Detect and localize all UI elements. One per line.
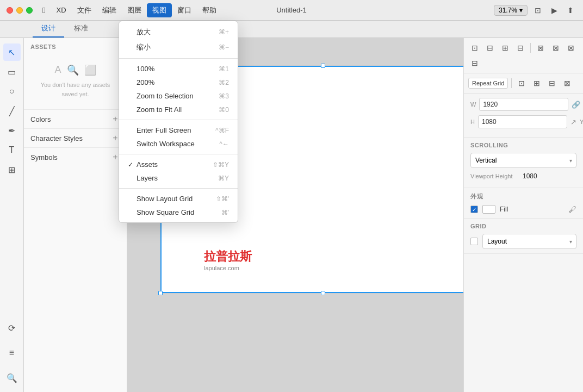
assets-label: Assets [137,160,204,169]
document-title: Untitled-1 [276,6,307,14]
traffic-lights [0,7,33,14]
menu-zoom-out[interactable]: 缩小 ⌘− [119,40,238,55]
menu-xd[interactable]: XD [51,4,71,16]
zoom-control[interactable]: 31.7% ▾ [494,5,528,16]
share-icon[interactable]: ⬆ [565,4,576,16]
menu-switch-workspace[interactable]: Switch Workspace ^← [119,137,238,151]
square-shortcut: ⌘' [221,209,229,216]
separator-2 [119,120,238,120]
zoom-chevron-icon: ▾ [519,7,523,14]
menu-group-screen: Enter Full Screen ^⌘F Switch Workspace ^… [119,122,238,152]
menu-show-square[interactable]: Show Square Grid ⌘' [119,206,238,219]
zoom-fit-shortcut: ⌘0 [219,106,229,114]
zoom-sel-label: Zoom to Selection [137,92,210,100]
menu-file[interactable]: 文件 [72,3,97,17]
menu-enter-full[interactable]: Enter Full Screen ^⌘F [119,123,238,137]
dropdown-overlay[interactable]: 放大 ⌘+ 缩小 ⌘− 100% ⌘1 200% ⌘2 Z [0,21,583,392]
device-icon[interactable]: ⊡ [532,4,544,16]
play-icon[interactable]: ▶ [548,4,560,16]
zoom-out-shortcut: ⌘− [219,43,229,51]
zoom-level: 31.7% [499,7,517,14]
menu-100[interactable]: 100% ⌘1 [119,62,238,76]
app-menu:  XD 文件 编辑 图层 视图 窗口 帮助 [37,3,222,17]
200-label: 200% [137,78,210,86]
200-shortcut: ⌘2 [219,79,229,86]
layers-shortcut: ⌘Y [218,175,229,182]
apple-logo-icon:  [37,5,51,15]
enter-full-label: Enter Full Screen [137,126,207,134]
layers-label: Layers [137,174,209,182]
separator-4 [119,188,238,189]
zoom-out-label: 缩小 [137,42,210,52]
separator-3 [119,154,238,154]
menu-group-zoom: 放大 ⌘+ 缩小 ⌘− [119,23,238,56]
menu-layers[interactable]: Layers ⌘Y [119,171,238,185]
menu-group-grid: Show Layout Grid ⇧⌘' Show Square Grid ⌘' [119,191,238,220]
assets-shortcut: ⇧⌘Y [213,161,229,169]
assets-check: ✓ [128,161,137,169]
menu-window[interactable]: 窗口 [172,3,197,17]
titlebar:  XD 文件 编辑 图层 视图 窗口 帮助 Untitled-1 31.7% … [0,0,583,21]
layout-label: Show Layout Grid [137,195,207,203]
menu-view[interactable]: 视图 [147,3,172,17]
titlebar-right: 31.7% ▾ ⊡ ▶ ⬆ [494,4,576,16]
menu-zoom-in[interactable]: 放大 ⌘+ [119,24,238,40]
enter-full-shortcut: ^⌘F [215,127,229,134]
menu-edit[interactable]: 编辑 [97,3,122,17]
menu-zoom-fit[interactable]: Zoom to Fit All ⌘0 [119,103,238,116]
view-menu-dropdown: 放大 ⌘+ 缩小 ⌘− 100% ⌘1 200% ⌘2 Z [119,21,238,223]
menu-show-layout[interactable]: Show Layout Grid ⇧⌘' [119,192,238,206]
menu-group-panels: ✓ Assets ⇧⌘Y Layers ⌘Y [119,157,238,186]
zoom-in-shortcut: ⌘+ [219,28,229,36]
square-label: Show Square Grid [137,208,213,216]
separator-1 [119,58,238,59]
100-label: 100% [137,65,210,73]
zoom-fit-label: Zoom to Fit All [137,105,210,114]
menu-layers[interactable]: 图层 [122,3,147,17]
close-button[interactable] [7,7,13,14]
menu-assets[interactable]: ✓ Assets ⇧⌘Y [119,158,238,171]
switch-ws-shortcut: ^← [219,140,229,148]
100-shortcut: ⌘1 [219,65,229,73]
zoom-sel-shortcut: ⌘3 [219,92,229,100]
layout-shortcut: ⇧⌘' [216,195,229,203]
maximize-button[interactable] [26,7,33,14]
menu-group-zoom-levels: 100% ⌘1 200% ⌘2 Zoom to Selection ⌘3 Zoo… [119,61,238,117]
zoom-in-label: 放大 [137,27,210,37]
menu-help[interactable]: 帮助 [197,3,222,17]
menu-zoom-selection[interactable]: Zoom to Selection ⌘3 [119,89,238,103]
titlebar-center: Untitled-1 [276,6,307,14]
menu-200[interactable]: 200% ⌘2 [119,76,238,89]
minimize-button[interactable] [16,7,23,14]
switch-ws-label: Switch Workspace [137,140,210,148]
